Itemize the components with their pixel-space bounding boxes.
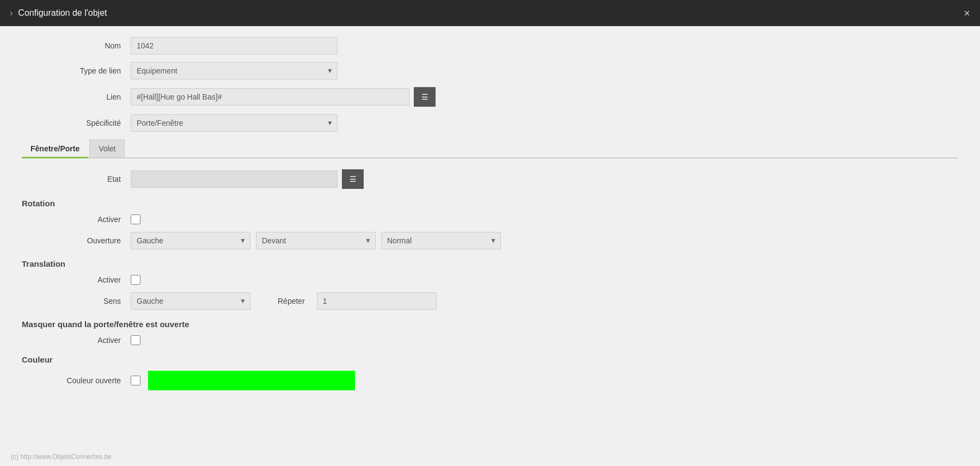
couleur-ouverte-wrapper xyxy=(131,371,355,390)
tab-fenetre-porte[interactable]: Fênetre/Porte xyxy=(22,139,88,157)
ouverture-select2[interactable]: Devant Derrière xyxy=(256,232,376,249)
sens-select-wrapper: Gauche Droite ▼ xyxy=(131,292,250,310)
masquer-title: Masquer quand la porte/fenêtre est ouver… xyxy=(22,320,958,329)
translation-activer-row: Activer xyxy=(22,275,958,285)
sens-label: Sens xyxy=(22,297,131,305)
nom-row: Nom xyxy=(22,37,958,54)
lien-input[interactable] xyxy=(131,88,409,106)
lien-wrapper: ☰ xyxy=(131,87,436,107)
specificite-wrapper: Porte/Fenêtre Volet Autre ▼ xyxy=(131,114,338,132)
type-lien-wrapper: Equipement Scénario Variable ▼ xyxy=(131,62,338,79)
ouverture-row: Ouverture Gauche Droite ▼ Devant Derrièr… xyxy=(22,232,958,249)
translation-activer-checkbox[interactable] xyxy=(131,275,140,285)
etat-row: Etat ☰ xyxy=(22,169,958,189)
rotation-activer-checkbox[interactable] xyxy=(131,214,140,224)
etat-wrapper: ☰ xyxy=(131,169,436,189)
etat-picker-button[interactable]: ☰ xyxy=(342,169,364,189)
sens-wrapper: Gauche Droite ▼ Répeter xyxy=(131,292,437,310)
ouverture-select2-wrapper: Devant Derrière ▼ xyxy=(256,232,376,249)
footer-credit: (c) http://www.ObjetsConnectes.be xyxy=(11,453,112,461)
tab-volet[interactable]: Volet xyxy=(89,139,125,157)
lien-picker-button[interactable]: ☰ xyxy=(414,87,436,107)
etat-input[interactable] xyxy=(131,170,338,188)
repeter-input[interactable] xyxy=(317,292,437,310)
dialog-title: Configuration de l'objet xyxy=(18,8,107,18)
etat-label: Etat xyxy=(22,175,131,183)
couleur-ouverte-checkbox[interactable] xyxy=(131,376,140,385)
nom-control xyxy=(131,37,338,54)
dialog-header-left: › Configuration de l'objet xyxy=(10,8,107,18)
masquer-activer-label: Activer xyxy=(22,336,131,345)
dialog-container: › Configuration de l'objet × Nom Type de… xyxy=(0,0,980,466)
specificite-row: Spécificité Porte/Fenêtre Volet Autre ▼ xyxy=(22,114,958,132)
dialog-body: Nom Type de lien Equipement Scénario Var… xyxy=(0,26,980,414)
nom-label: Nom xyxy=(22,41,131,50)
sens-select[interactable]: Gauche Droite xyxy=(131,292,250,310)
close-button[interactable]: × xyxy=(964,8,970,19)
type-lien-row: Type de lien Equipement Scénario Variabl… xyxy=(22,62,958,79)
tabs-container: Fênetre/Porte Volet xyxy=(22,139,958,158)
specificite-select[interactable]: Porte/Fenêtre Volet Autre xyxy=(131,114,338,132)
chevron-right-icon: › xyxy=(10,8,13,18)
list-icon: ☰ xyxy=(421,93,428,101)
ouverture-label: Ouverture xyxy=(22,236,131,245)
lien-label: Lien xyxy=(22,93,131,101)
specificite-label: Spécificité xyxy=(22,119,131,127)
nom-input[interactable] xyxy=(131,37,338,54)
couleur-ouverte-color[interactable] xyxy=(148,371,355,390)
ouverture-select3[interactable]: Normal Inversé xyxy=(381,232,501,249)
lien-row: Lien ☰ xyxy=(22,87,958,107)
repeter-label: Répeter xyxy=(278,297,305,305)
rotation-title: Rotation xyxy=(22,199,958,208)
ouverture-select1-wrapper: Gauche Droite ▼ xyxy=(131,232,250,249)
translation-activer-label: Activer xyxy=(22,275,131,284)
rotation-activer-label: Activer xyxy=(22,215,131,224)
dialog-header: › Configuration de l'objet × xyxy=(0,0,980,26)
type-lien-label: Type de lien xyxy=(22,66,131,75)
masquer-activer-checkbox[interactable] xyxy=(131,335,140,345)
ouverture-select1[interactable]: Gauche Droite xyxy=(131,232,250,249)
rotation-activer-row: Activer xyxy=(22,214,958,224)
couleur-ouverte-label: Couleur ouverte xyxy=(22,376,131,385)
ouverture-selects: Gauche Droite ▼ Devant Derrière ▼ Normal xyxy=(131,232,501,249)
etat-list-icon: ☰ xyxy=(350,175,357,183)
masquer-activer-row: Activer xyxy=(22,335,958,345)
ouverture-select3-wrapper: Normal Inversé ▼ xyxy=(381,232,501,249)
sens-row: Sens Gauche Droite ▼ Répeter xyxy=(22,292,958,310)
translation-title: Translation xyxy=(22,259,958,268)
couleur-ouverte-row: Couleur ouverte xyxy=(22,371,958,390)
couleur-title: Couleur xyxy=(22,355,958,364)
type-lien-select[interactable]: Equipement Scénario Variable xyxy=(131,62,338,79)
